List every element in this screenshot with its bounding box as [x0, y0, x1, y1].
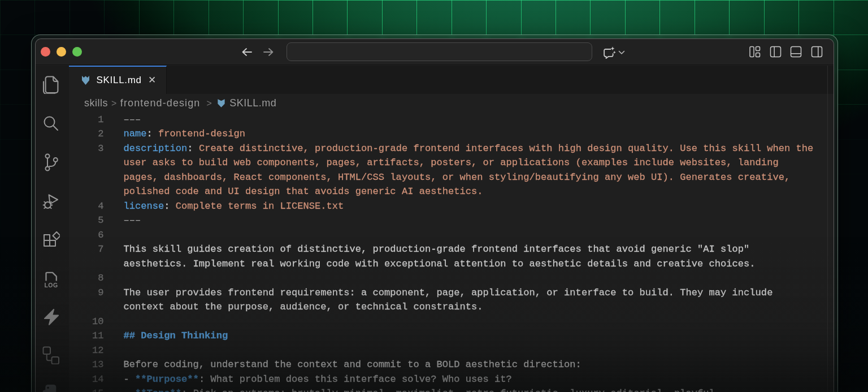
svg-text:LOG: LOG [45, 281, 58, 287]
